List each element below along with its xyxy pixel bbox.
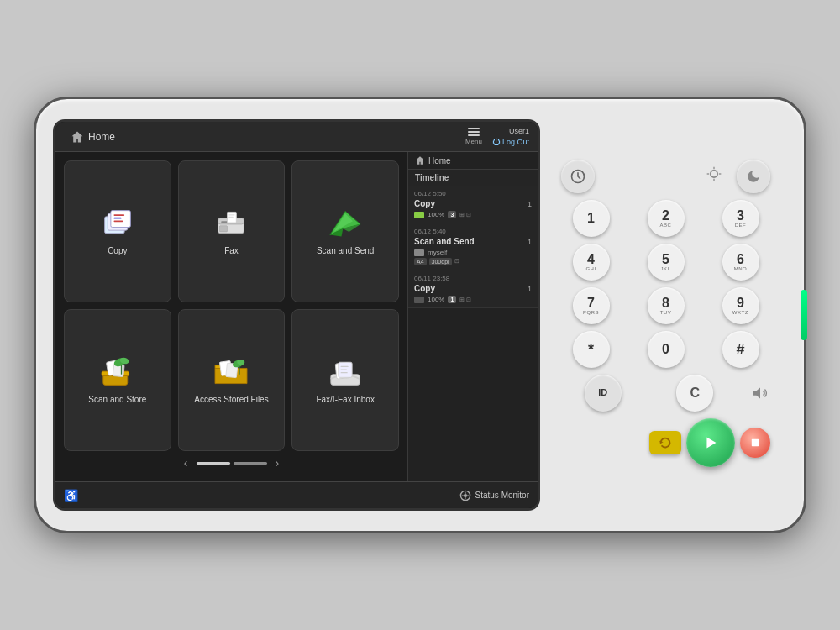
screen-bottom-bar: ♿ Status Monitor [55,481,538,508]
app-tile-fax[interactable]: Fax [178,160,286,302]
key-2[interactable]: 2 ABC [648,200,685,237]
key-9[interactable]: 9 WXYZ [722,287,759,324]
start-button[interactable] [686,418,735,467]
icons-2: ⊡ [454,258,459,265]
key-7-sub: PQRS [583,310,599,315]
counter-icon [570,168,586,185]
special-bottom-row: ID C [557,375,774,412]
home-icon [71,130,84,144]
timeline-item-1[interactable]: 06/12 5:50 Copy 1 100% 3 ⊞ ⊡ [408,186,538,223]
key-5[interactable]: 5 JKL [648,244,685,281]
timeline-date-1: 06/12 5:50 [414,190,532,197]
svg-point-36 [463,493,466,496]
next-page-button[interactable]: › [276,456,280,470]
sleep-icon [746,169,761,184]
action-buttons-row [557,418,774,467]
prev-page-button[interactable]: ‹ [184,456,188,470]
percent-1: 100% [428,211,444,218]
app-grid: Copy [64,160,399,451]
timeline-details-2: myself [414,249,532,256]
status-monitor-button[interactable]: Status Monitor [459,490,529,501]
pages-badge-1: 3 [448,211,456,218]
app-tile-scan-send[interactable]: Scan and Send [291,160,399,302]
paper-size-2: A4 [414,258,427,265]
user-info: User1 ⏻ Log Out [492,126,529,147]
scan-send-label: Scan and Send [317,245,374,256]
timeline-job-name-2: Scan and Send [414,237,475,246]
timeline-job-header-3: Copy 1 [414,284,532,293]
key-6[interactable]: 6 MNO [722,244,759,281]
key-4[interactable]: 4 GHI [573,244,610,281]
special-top-row [557,160,774,193]
fax-inbox-app-icon [324,355,366,389]
page-dots [197,462,267,465]
start-icon [701,433,720,452]
access-stored-app-icon [210,355,252,389]
key-clear[interactable]: C [676,375,713,412]
svg-rect-5 [113,220,123,222]
timeline-item-3[interactable]: 06/11 23:58 Copy 1 100% 1 ⊞ ⊡ [408,270,538,308]
key-star[interactable]: * [573,331,610,368]
sleep-button[interactable] [737,160,770,193]
key-6-sub: MNO [734,266,748,271]
key-hash[interactable]: # [722,331,759,368]
key-0[interactable]: 0 [648,331,685,368]
svg-marker-48 [706,437,716,448]
page-dot-2 [234,462,267,465]
svg-rect-49 [752,438,759,445]
volume-button[interactable] [746,379,774,407]
copy-label: Copy [108,245,127,256]
home-label: Home [88,131,115,143]
scan-store-app-icon [97,355,139,389]
counter-button[interactable] [561,160,595,193]
reset-button[interactable] [649,431,681,454]
key-id[interactable]: ID [585,375,622,412]
home-breadcrumb: Home [64,130,122,144]
svg-marker-47 [753,387,760,398]
id-key-label: ID [598,388,607,397]
icons-3: ⊞ ⊡ [459,297,471,303]
color-indicator-2 [414,249,424,256]
logout-button[interactable]: ⏻ Log Out [492,137,529,148]
key-4-sub: GHI [585,266,596,271]
resolution-2: 300dpi [429,258,452,265]
timeline-job-count-2: 1 [528,238,532,246]
key-1[interactable]: 1 [573,200,610,237]
brightness-icon [706,165,722,182]
timeline-details-3: 100% 1 ⊞ ⊡ [414,296,532,303]
key-2-sub: ABC [660,223,672,228]
key-8[interactable]: 8 TUV [648,287,685,324]
key-7[interactable]: 7 PQRS [573,287,610,324]
brightness-button[interactable] [700,160,728,188]
stop-button[interactable] [740,428,770,458]
icons-1: ⊞ ⊡ [459,212,471,218]
svg-point-42 [711,170,717,176]
username: User1 [492,126,529,137]
led-indicator [801,290,807,340]
key-3[interactable]: 3 DEF [722,200,759,237]
key-8-sub: TUV [660,310,672,315]
app-tile-scan-store[interactable]: Scan and Store [64,309,171,451]
svg-rect-11 [229,214,235,215]
numeric-keypad: 1 2 ABC 3 DEF 4 GHI 5 JKL 6 MNO [557,200,774,368]
timeline-item-2[interactable]: 06/12 5:40 Scan and Send 1 myself A4 [408,223,538,270]
menu-button[interactable]: Menu [465,128,482,145]
printer-device: Home Menu User1 ⏻ Log Out [34,97,806,533]
app-grid-panel: Copy [55,152,407,481]
timeline-title: Timeline [408,170,538,186]
app-tile-access-stored[interactable]: Access Stored Files [178,309,286,451]
svg-rect-12 [229,217,234,218]
color-indicator-3 [414,297,424,303]
app-tile-fax-inbox[interactable]: Fax/I-Fax Inbox [291,309,399,451]
fax-label: Fax [224,245,239,256]
access-stored-label: Access Stored Files [194,394,268,405]
timeline-home-icon [415,155,425,165]
color-indicator-1 [414,212,424,218]
touch-screen[interactable]: Home Menu User1 ⏻ Log Out [53,119,540,511]
timeline-home-row: Home [408,152,538,170]
timeline-job-count-3: 1 [528,285,532,293]
app-tile-copy[interactable]: Copy [64,160,171,302]
percent-3: 100% [428,296,444,303]
fax-inbox-label: Fax/I-Fax Inbox [316,394,374,405]
svg-rect-32 [341,366,349,367]
